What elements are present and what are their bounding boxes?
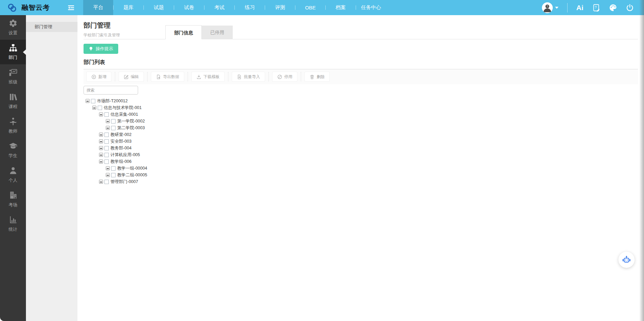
tree-node[interactable]: 信息采集-0001 [84, 111, 638, 118]
tree-node[interactable]: 管理部门-0007 [84, 178, 638, 185]
disable-button[interactable]: 停用 [272, 72, 297, 82]
tree-node[interactable]: 教务部-004 [84, 145, 638, 151]
user-menu[interactable]: ? [542, 2, 558, 13]
tree-node[interactable]: 信息与技术学院-001 [84, 104, 638, 111]
tree-checkbox[interactable] [98, 106, 102, 110]
tab-disabled[interactable]: 已停用 [202, 26, 233, 39]
collapse-toggle-icon[interactable] [99, 112, 103, 116]
brand: 融智云考 [0, 2, 62, 13]
chatbot-fab[interactable] [618, 252, 635, 268]
tree-node-label[interactable]: 第二学院-0003 [117, 125, 145, 131]
batch-import-button[interactable]: 批量导入 [232, 72, 265, 82]
sidebar-item-class[interactable]: 班级 [0, 64, 26, 89]
collapse-toggle-icon[interactable] [106, 126, 110, 130]
nav-item-archives[interactable]: 档案 [326, 0, 356, 15]
collapse-toggle-icon[interactable] [92, 106, 96, 110]
tree-checkbox[interactable] [104, 146, 109, 150]
disable-button-label: 停用 [284, 74, 292, 80]
tree-node[interactable]: 教学组-006 [84, 158, 638, 165]
tree-node[interactable]: 第一学院-0002 [84, 118, 638, 124]
tree-checkbox[interactable] [111, 119, 116, 123]
tree-node-label[interactable]: 市场部-T200012 [97, 98, 128, 104]
nav-item-task-center[interactable]: 任务中心 [356, 0, 386, 15]
tree-node-label[interactable]: 计算机应用-005 [110, 152, 140, 158]
tree-node[interactable]: 安全部-003 [84, 138, 638, 145]
department-tree: 市场部-T200012 信息与技术学院-001 信息采集-0001 第一学院-0… [84, 98, 638, 185]
toolbar-separator [115, 72, 115, 81]
collapse-toggle-icon[interactable] [106, 173, 110, 177]
tree-node[interactable]: 第二学院-0003 [84, 124, 638, 131]
nav-item-questions[interactable]: 试题 [144, 0, 174, 15]
nav-item-obe[interactable]: OBE [295, 0, 325, 15]
nav-item-practice[interactable]: 练习 [235, 0, 265, 15]
tree-node[interactable]: 教学一组-00004 [84, 165, 638, 172]
tree-checkbox[interactable] [111, 126, 116, 130]
download-template-button[interactable]: 下载模板 [191, 72, 225, 82]
tree-node-label[interactable]: 安全部-003 [110, 139, 132, 144]
sidebar-item-teacher[interactable]: 教师 [0, 113, 26, 138]
gear-icon [9, 19, 18, 28]
tree-checkbox[interactable] [111, 173, 116, 177]
edit-button[interactable]: 编辑 [119, 72, 144, 82]
collapse-toggle-icon[interactable] [99, 146, 103, 150]
add-button-label: 新增 [98, 74, 106, 80]
sidebar-item-department[interactable]: 部门 [0, 40, 26, 64]
power-logout-icon[interactable] [626, 4, 634, 12]
tree-node[interactable]: 计算机应用-005 [84, 151, 638, 158]
feedback-doc-icon[interactable]: ? [592, 4, 600, 12]
theme-palette-icon[interactable] [609, 4, 617, 12]
delete-button[interactable]: 删除 [304, 72, 330, 82]
collapse-menu-icon[interactable] [67, 4, 75, 12]
tree-checkbox[interactable] [104, 112, 109, 117]
collapse-toggle-icon[interactable] [99, 159, 103, 164]
sidebar-item-personal[interactable]: 个人 [0, 163, 26, 187]
collapse-toggle-icon[interactable] [99, 180, 103, 184]
tree-checkbox[interactable] [104, 180, 109, 184]
nav-item-platform[interactable]: 平台 [83, 0, 113, 15]
tree-node-label[interactable]: 教学组-006 [110, 159, 132, 165]
sidebar-item-label: 部门 [9, 55, 18, 61]
avatar[interactable]: ? [542, 2, 553, 13]
add-button[interactable]: 新增 [86, 72, 111, 82]
tree-node-label[interactable]: 教学二组-00005 [117, 172, 147, 178]
nav-item-evaluation[interactable]: 评测 [265, 0, 295, 15]
tree-node-label[interactable]: 教学一组-00004 [117, 166, 147, 171]
tree-node[interactable]: 市场部-T200012 [84, 98, 638, 104]
search-input[interactable] [84, 86, 138, 95]
tree-node-label[interactable]: 教研室-002 [110, 132, 132, 138]
batch-import-button-label: 批量导入 [244, 74, 260, 80]
tree-checkbox[interactable] [91, 99, 95, 103]
tree-node-label[interactable]: 信息与技术学院-001 [104, 105, 142, 111]
tree-node[interactable]: 教研室-002 [84, 131, 638, 138]
tree-checkbox[interactable] [104, 133, 109, 137]
tab-department-info[interactable]: 部门信息 [165, 25, 202, 39]
sidebar-item-settings[interactable]: 设置 [0, 15, 26, 40]
operation-tips-button[interactable]: 操作提示 [84, 44, 118, 54]
collapse-toggle-icon[interactable] [86, 99, 90, 103]
tree-node-label[interactable]: 教务部-004 [110, 145, 132, 151]
sidebar-item-course[interactable]: 课程 [0, 89, 26, 113]
tree-checkbox[interactable] [104, 159, 109, 164]
tree-node[interactable]: 教学二组-00005 [84, 172, 638, 178]
export-data-button[interactable]: 导出数据 [151, 72, 184, 82]
collapse-toggle-icon[interactable] [99, 153, 103, 157]
main-sidebar: 设置 部门 班级 课程 教师 学 [0, 15, 26, 321]
sidebar-item-exam-room[interactable]: 考场 [0, 187, 26, 212]
collapse-toggle-icon[interactable] [99, 133, 103, 137]
tree-checkbox[interactable] [111, 166, 116, 171]
collapse-toggle-icon[interactable] [106, 166, 110, 170]
collapse-toggle-icon[interactable] [99, 139, 103, 143]
nav-item-papers[interactable]: 试卷 [174, 0, 204, 15]
sidebar-item-student[interactable]: 学生 [0, 138, 26, 163]
ai-assistant-button[interactable]: Ai [576, 4, 583, 12]
tree-node-label[interactable]: 信息采集-0001 [110, 112, 138, 117]
tree-node-label[interactable]: 第一学院-0002 [117, 118, 145, 124]
tree-node-label[interactable]: 管理部门-0007 [110, 179, 138, 185]
nav-item-question-bank[interactable]: 题库 [114, 0, 143, 15]
sidebar-item-statistics[interactable]: 统计 [0, 212, 26, 236]
submenu-item-department-management[interactable]: 部门管理 [26, 22, 77, 32]
collapse-toggle-icon[interactable] [106, 119, 110, 123]
tree-checkbox[interactable] [104, 139, 109, 144]
nav-item-exams[interactable]: 考试 [204, 0, 234, 15]
tree-checkbox[interactable] [104, 153, 109, 157]
